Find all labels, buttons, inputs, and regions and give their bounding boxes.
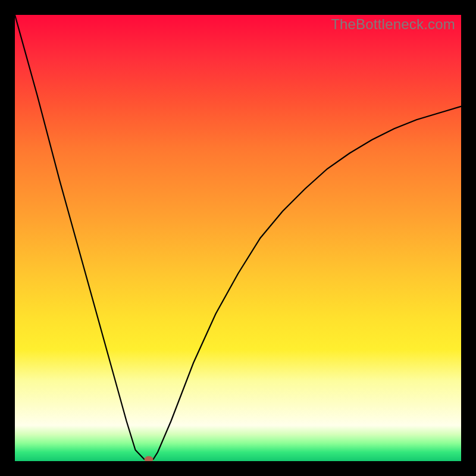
chart-frame: TheBottleneck.com <box>0 0 476 476</box>
marker-dot <box>145 456 153 461</box>
chart-svg <box>15 15 461 461</box>
curve-path <box>15 15 461 459</box>
plot-area: TheBottleneck.com <box>15 15 461 461</box>
